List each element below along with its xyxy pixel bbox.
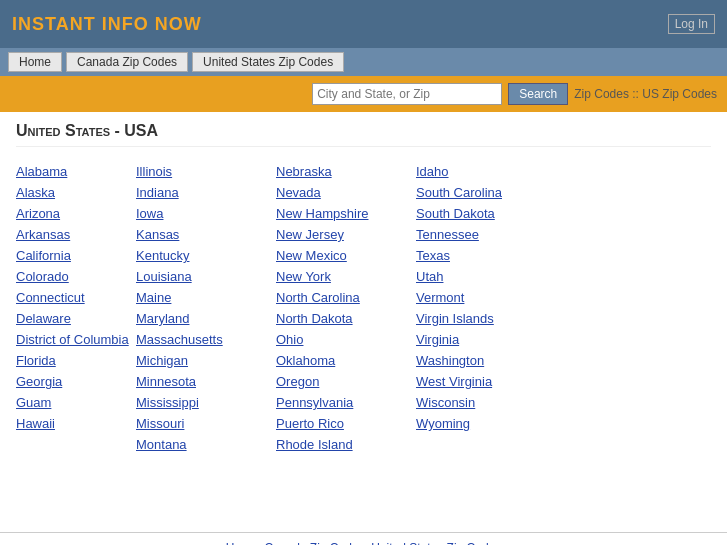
state-link[interactable]: Guam — [16, 392, 136, 413]
state-link[interactable]: Mississippi — [136, 392, 276, 413]
state-link[interactable]: North Dakota — [276, 308, 416, 329]
state-link[interactable]: Puerto Rico — [276, 413, 416, 434]
state-link[interactable]: Maryland — [136, 308, 276, 329]
state-link[interactable]: Vermont — [416, 287, 566, 308]
nav-tab-us[interactable]: United States Zip Codes — [192, 52, 344, 72]
state-link[interactable]: Missouri — [136, 413, 276, 434]
footer-us-link[interactable]: United States Zip Codes — [371, 541, 501, 545]
state-link[interactable]: New York — [276, 266, 416, 287]
state-link[interactable]: Massachusetts — [136, 329, 276, 350]
site-title: Instant Info Now — [12, 14, 202, 35]
header: Instant Info Now Log In — [0, 0, 727, 48]
state-link[interactable]: Illinois — [136, 161, 276, 182]
state-link[interactable]: Wisconsin — [416, 392, 566, 413]
footer-home-link[interactable]: Home — [226, 541, 258, 545]
state-link[interactable]: Delaware — [16, 308, 136, 329]
state-link[interactable]: Hawaii — [16, 413, 136, 434]
footer: Home, Canada Zip Codes, United States Zi… — [0, 532, 727, 545]
states-col4: IdahoSouth CarolinaSouth DakotaTennessee… — [416, 161, 566, 455]
state-link[interactable]: Michigan — [136, 350, 276, 371]
state-link[interactable]: Arizona — [16, 203, 136, 224]
state-link[interactable]: Alaska — [16, 182, 136, 203]
state-link[interactable]: Ohio — [276, 329, 416, 350]
state-link[interactable]: Georgia — [16, 371, 136, 392]
state-link[interactable]: Utah — [416, 266, 566, 287]
states-grid: AlabamaAlaskaArizonaArkansasCaliforniaCo… — [16, 161, 711, 455]
state-link[interactable]: Texas — [416, 245, 566, 266]
footer-canada-link[interactable]: Canada Zip Codes — [264, 541, 364, 545]
search-bar: Search Zip Codes :: US Zip Codes — [0, 76, 727, 112]
state-link[interactable]: Alabama — [16, 161, 136, 182]
state-link[interactable]: Virgin Islands — [416, 308, 566, 329]
breadcrumb-prefix: Zip Codes — [574, 87, 629, 101]
state-link[interactable]: Nebraska — [276, 161, 416, 182]
state-link[interactable]: Florida — [16, 350, 136, 371]
footer-links: Home, Canada Zip Codes, United States Zi… — [226, 541, 502, 545]
login-link[interactable]: Log In — [668, 14, 715, 34]
state-link[interactable]: California — [16, 245, 136, 266]
state-link[interactable]: Kentucky — [136, 245, 276, 266]
state-link[interactable]: Pennsylvania — [276, 392, 416, 413]
nav-tab-home[interactable]: Home — [8, 52, 62, 72]
nav-bar: Home Canada Zip Codes United States Zip … — [0, 48, 727, 76]
state-link[interactable]: South Carolina — [416, 182, 566, 203]
state-link[interactable]: Virginia — [416, 329, 566, 350]
state-link[interactable]: Arkansas — [16, 224, 136, 245]
state-link[interactable]: Washington — [416, 350, 566, 371]
states-col2: IllinoisIndianaIowaKansasKentuckyLouisia… — [136, 161, 276, 455]
state-link[interactable]: Idaho — [416, 161, 566, 182]
state-link[interactable]: West Virginia — [416, 371, 566, 392]
nav-tab-canada[interactable]: Canada Zip Codes — [66, 52, 188, 72]
search-input[interactable] — [312, 83, 502, 105]
breadcrumb-search: Zip Codes :: US Zip Codes — [574, 87, 717, 101]
state-link[interactable]: South Dakota — [416, 203, 566, 224]
state-link[interactable]: Maine — [136, 287, 276, 308]
state-link[interactable]: Oklahoma — [276, 350, 416, 371]
state-link[interactable]: Minnesota — [136, 371, 276, 392]
state-link[interactable]: Tennessee — [416, 224, 566, 245]
state-link[interactable]: District of Columbia — [16, 329, 136, 350]
state-link[interactable]: New Mexico — [276, 245, 416, 266]
breadcrumb-sep: :: — [632, 87, 642, 101]
states-col3: NebraskaNevadaNew HampshireNew JerseyNew… — [276, 161, 416, 455]
page-title: United States - USA — [16, 122, 711, 147]
state-link[interactable]: Wyoming — [416, 413, 566, 434]
state-link[interactable]: North Carolina — [276, 287, 416, 308]
state-link[interactable]: Connecticut — [16, 287, 136, 308]
state-link[interactable]: Nevada — [276, 182, 416, 203]
state-link[interactable]: New Jersey — [276, 224, 416, 245]
states-col1: AlabamaAlaskaArizonaArkansasCaliforniaCo… — [16, 161, 136, 455]
state-link[interactable]: Iowa — [136, 203, 276, 224]
state-link[interactable]: Colorado — [16, 266, 136, 287]
state-link[interactable]: Kansas — [136, 224, 276, 245]
state-link[interactable]: Oregon — [276, 371, 416, 392]
state-link[interactable]: Rhode Island — [276, 434, 416, 455]
state-link[interactable]: New Hampshire — [276, 203, 416, 224]
search-button[interactable]: Search — [508, 83, 568, 105]
state-link[interactable]: Indiana — [136, 182, 276, 203]
state-link[interactable]: Louisiana — [136, 266, 276, 287]
state-link[interactable]: Montana — [136, 434, 276, 455]
main-content: United States - USA AlabamaAlaskaArizona… — [0, 112, 727, 532]
breadcrumb-current: US Zip Codes — [642, 87, 717, 101]
